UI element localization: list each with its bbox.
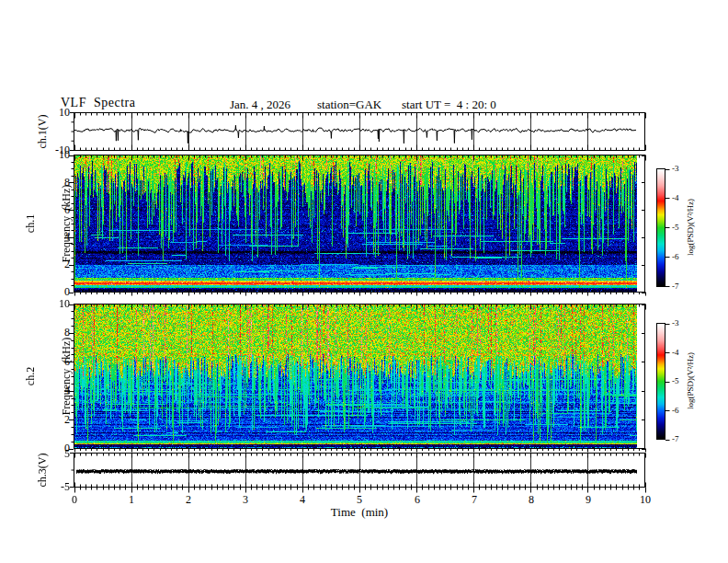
ch2-spectrogram-canvas <box>74 304 644 448</box>
ch1-waveform-panel <box>74 112 645 151</box>
cb1-unit-label: log(PSD)(V²/Hz) <box>686 199 695 256</box>
ch3-panel <box>74 453 645 488</box>
xtick-2: 2 <box>173 494 204 506</box>
spec2-frequency-label: Frequency (kHz) <box>61 338 73 416</box>
xtick-9: 9 <box>573 494 604 506</box>
spec2-ytick-2: 2 <box>42 414 70 426</box>
plot-title: VLF Spectra <box>61 96 135 110</box>
xtick-0: 0 <box>59 494 90 506</box>
xtick-1: 1 <box>116 494 147 506</box>
station-label: station=GAK <box>317 98 381 112</box>
ch1-spectrogram-canvas <box>74 155 644 292</box>
cb2-tick-m6: -6 <box>672 406 679 415</box>
spec2-channel-label: ch.2 <box>25 338 37 416</box>
cb1-tick-m7: -7 <box>672 282 679 291</box>
xtick-6: 6 <box>402 494 433 506</box>
xtick-4: 4 <box>287 494 318 506</box>
ch2-spectrogram-panel <box>74 304 645 449</box>
spec1-frequency-label: Frequency (kHz) <box>61 185 73 263</box>
vlf-spectra-figure: { "title": { "main": "VLF Spectra", "dat… <box>0 0 728 563</box>
ch1-waveform-canvas <box>74 113 644 150</box>
ch3-waveform-canvas <box>74 454 644 487</box>
colorbar-1-canvas <box>657 169 665 286</box>
xtick-10: 10 <box>630 494 661 506</box>
cb2-tick-m3: -3 <box>672 318 679 327</box>
colorbar-2-canvas <box>657 324 665 439</box>
ch3-axis-title: ch.3(V) <box>37 454 49 488</box>
date-label: Jan. 4 , 2026 <box>230 98 290 112</box>
cb1-tick-m3: -3 <box>672 164 679 173</box>
time-axis-title: Time (min) <box>331 505 388 520</box>
spec2-ytick-10: 10 <box>42 298 70 310</box>
spec1-ytick-10: 10 <box>42 149 70 161</box>
colorbar-2 <box>656 323 665 440</box>
cb2-tick-m4: -4 <box>672 348 679 357</box>
cb1-tick-m6: -6 <box>672 252 679 261</box>
xtick-3: 3 <box>230 494 261 506</box>
cb1-tick-m4: -4 <box>672 193 679 202</box>
cb2-unit-label: log(PSD)(V²/Hz) <box>686 352 695 409</box>
ch1-axis-title: ch.1(V) <box>37 115 49 149</box>
spec2-axis-title: ch.2 Frequency (kHz) <box>1 338 85 416</box>
colorbar-1 <box>656 168 665 287</box>
cb2-tick-m7: -7 <box>672 434 679 443</box>
start-ut-label: start UT = 4 : 20: 0 <box>402 98 496 112</box>
spec1-axis-title: ch.1 Frequency (kHz) <box>1 185 85 263</box>
cb1-tick-m5: -5 <box>672 223 679 232</box>
xtick-7: 7 <box>459 494 490 506</box>
xtick-8: 8 <box>516 494 547 506</box>
spec1-channel-label: ch.1 <box>25 185 37 263</box>
cb2-tick-m5: -5 <box>672 376 679 385</box>
ch1-spectrogram-panel <box>74 155 645 293</box>
